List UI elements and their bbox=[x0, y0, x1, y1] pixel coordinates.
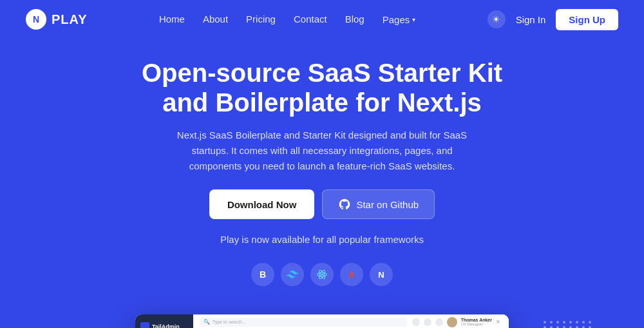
dash-topbar-right: Thomas Anker UX Designer ✕ bbox=[412, 317, 502, 327]
frameworks-label: Play is now available for all popular fr… bbox=[167, 232, 477, 247]
logo-area: N PLAY bbox=[26, 9, 88, 30]
nextjs-icon: N bbox=[370, 263, 393, 286]
search-icon: 🔍 bbox=[204, 319, 210, 325]
logo-icon: N bbox=[26, 9, 46, 30]
hero-description: Next.js SaaS Boilerplate and Starter Kit… bbox=[167, 128, 477, 174]
sun-icon: ☀ bbox=[492, 14, 500, 24]
nav-contact[interactable]: Contact bbox=[294, 14, 327, 24]
nav-about[interactable]: About bbox=[203, 14, 228, 24]
react-icon bbox=[310, 263, 334, 286]
github-icon bbox=[338, 198, 351, 211]
svg-point-0 bbox=[321, 274, 323, 276]
chevron-down-icon: ▾ bbox=[412, 16, 415, 23]
dash-search[interactable]: 🔍 Type to search... bbox=[200, 318, 407, 327]
close-icon: ✕ bbox=[496, 319, 502, 325]
nav-blog[interactable]: Blog bbox=[345, 14, 365, 24]
user-avatar bbox=[447, 317, 457, 327]
dash-sidebar: TailAdmin MENU ▪ Dashboard ▾ ▪ Calendar bbox=[135, 314, 193, 328]
sign-in-button[interactable]: Sign In bbox=[516, 14, 546, 25]
nav-links: Home About Pricing Contact Blog Pages ▾ bbox=[159, 14, 415, 25]
dash-user-info: Thomas Anker UX Designer bbox=[461, 318, 492, 326]
logo-name: PLAY bbox=[52, 12, 88, 27]
bootstrap-icon: B bbox=[251, 263, 274, 286]
topbar-icon-1 bbox=[412, 318, 420, 326]
astro-icon: A bbox=[340, 263, 363, 286]
dashboard-preview: TailAdmin MENU ▪ Dashboard ▾ ▪ Calendar … bbox=[0, 314, 644, 328]
framework-icons: B A N bbox=[13, 263, 631, 286]
nav-right: ☀ Sign In Sign Up bbox=[488, 9, 618, 30]
dashboard-window: TailAdmin MENU ▪ Dashboard ▾ ▪ Calendar … bbox=[135, 314, 509, 328]
frameworks-section: Play is now available for all popular fr… bbox=[13, 232, 631, 286]
hero-section: Open-source SaaS Starter Kit and Boilerp… bbox=[0, 39, 644, 309]
cta-buttons: Download Now Star on Github bbox=[13, 189, 631, 219]
navbar: N PLAY Home About Pricing Contact Blog P… bbox=[0, 0, 644, 39]
dash-logo: TailAdmin bbox=[135, 320, 193, 328]
dash-main: 🔍 Type to search... Thomas Anker UX Desi… bbox=[193, 314, 509, 328]
nav-pages[interactable]: Pages ▾ bbox=[383, 14, 416, 25]
star-github-button[interactable]: Star on Github bbox=[322, 189, 435, 219]
nav-pricing[interactable]: Pricing bbox=[246, 14, 276, 24]
tailwind-icon bbox=[281, 263, 304, 286]
hero-title: Open-source SaaS Starter Kit and Boilerp… bbox=[13, 58, 631, 117]
decorative-dots bbox=[544, 321, 592, 328]
dash-topbar: 🔍 Type to search... Thomas Anker UX Desi… bbox=[193, 314, 509, 328]
sign-up-button[interactable]: Sign Up bbox=[556, 9, 618, 30]
topbar-icon-2 bbox=[424, 318, 431, 326]
dash-logo-text: TailAdmin bbox=[152, 323, 180, 328]
dash-logo-icon bbox=[140, 322, 149, 328]
nav-home[interactable]: Home bbox=[159, 14, 185, 24]
topbar-icon-3 bbox=[435, 318, 443, 326]
download-now-button[interactable]: Download Now bbox=[209, 189, 315, 219]
theme-toggle-button[interactable]: ☀ bbox=[488, 10, 506, 28]
